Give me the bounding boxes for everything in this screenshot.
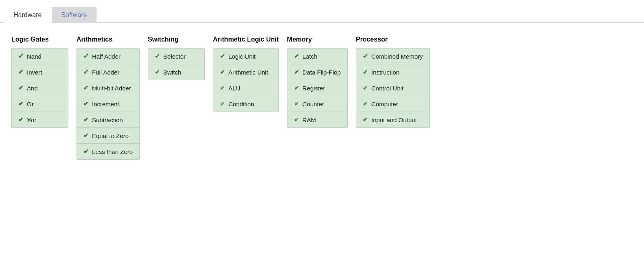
list-item[interactable]: ✔Instruction bbox=[356, 64, 429, 80]
column-alu: Arithmetic Logic Unit✔Logic Unit✔Arithme… bbox=[213, 36, 279, 112]
item-label: ALU bbox=[228, 85, 240, 92]
list-item[interactable]: ✔Data Flip-Flop bbox=[287, 64, 347, 80]
check-icon: ✔ bbox=[83, 132, 89, 139]
item-label: Instruction bbox=[371, 69, 399, 76]
list-item[interactable]: ✔Register bbox=[287, 80, 347, 96]
list-item[interactable]: ✔Logic Unit bbox=[213, 48, 278, 64]
list-item[interactable]: ✔Or bbox=[12, 96, 68, 112]
item-label: Counter bbox=[302, 101, 324, 108]
list-item[interactable]: ✔Invert bbox=[12, 64, 68, 80]
check-icon: ✔ bbox=[363, 116, 368, 123]
column-title-arithmetics: Arithmetics bbox=[77, 36, 140, 43]
check-icon: ✔ bbox=[363, 53, 368, 60]
list-item[interactable]: ✔Switch bbox=[148, 64, 204, 80]
list-item[interactable]: ✔And bbox=[12, 80, 68, 96]
list-item[interactable]: ✔Nand bbox=[12, 48, 68, 64]
column-title-memory: Memory bbox=[287, 36, 348, 43]
item-label: Input and Output bbox=[371, 116, 417, 123]
item-label: RAM bbox=[302, 116, 316, 123]
columns-container: Logic Gates✔Nand✔Invert✔And✔Or✔XorArithm… bbox=[11, 36, 633, 160]
item-label: Switch bbox=[163, 69, 181, 76]
list-item[interactable]: ✔Input and Output bbox=[356, 112, 429, 127]
column-arithmetics: Arithmetics✔Half Adder✔Full Adder✔Multi-… bbox=[77, 36, 140, 160]
item-label: Full Adder bbox=[92, 69, 120, 76]
item-list-logic-gates: ✔Nand✔Invert✔And✔Or✔Xor bbox=[11, 48, 68, 128]
list-item[interactable]: ✔RAM bbox=[287, 112, 347, 127]
item-label: Data Flip-Flop bbox=[302, 69, 341, 76]
check-icon: ✔ bbox=[220, 100, 225, 108]
check-icon: ✔ bbox=[83, 100, 89, 108]
check-icon: ✔ bbox=[363, 100, 368, 108]
check-icon: ✔ bbox=[363, 68, 368, 76]
check-icon: ✔ bbox=[363, 84, 368, 92]
list-item[interactable]: ✔Equal to Zero bbox=[77, 128, 139, 144]
list-item[interactable]: ✔Less than Zero bbox=[77, 144, 139, 159]
column-title-alu: Arithmetic Logic Unit bbox=[213, 36, 279, 43]
item-label: Less than Zero bbox=[92, 148, 133, 155]
item-label: Arithmetic Unit bbox=[228, 69, 268, 76]
check-icon: ✔ bbox=[83, 116, 89, 123]
column-title-logic-gates: Logic Gates bbox=[11, 36, 68, 43]
item-label: Or bbox=[27, 101, 34, 108]
check-icon: ✔ bbox=[294, 116, 299, 123]
check-icon: ✔ bbox=[294, 53, 299, 60]
check-icon: ✔ bbox=[294, 100, 299, 108]
list-item[interactable]: ✔ALU bbox=[213, 80, 278, 96]
list-item[interactable]: ✔Latch bbox=[287, 48, 347, 64]
check-icon: ✔ bbox=[83, 84, 89, 92]
item-label: Condition bbox=[228, 101, 254, 108]
column-processor: Processor✔Combined Memory✔Instruction✔Co… bbox=[356, 36, 430, 128]
check-icon: ✔ bbox=[155, 53, 160, 60]
column-logic-gates: Logic Gates✔Nand✔Invert✔And✔Or✔Xor bbox=[11, 36, 68, 128]
check-icon: ✔ bbox=[18, 116, 24, 123]
tab-hardware[interactable]: Hardware bbox=[4, 7, 51, 23]
list-item[interactable]: ✔Increment bbox=[77, 96, 139, 112]
list-item[interactable]: ✔Full Adder bbox=[77, 64, 139, 80]
check-icon: ✔ bbox=[220, 84, 225, 92]
item-label: Control Unit bbox=[371, 85, 403, 92]
check-icon: ✔ bbox=[18, 53, 24, 60]
item-list-memory: ✔Latch✔Data Flip-Flop✔Register✔Counter✔R… bbox=[287, 48, 348, 128]
item-label: Equal to Zero bbox=[92, 132, 129, 139]
list-item[interactable]: ✔Counter bbox=[287, 96, 347, 112]
check-icon: ✔ bbox=[83, 68, 89, 76]
check-icon: ✔ bbox=[220, 53, 225, 60]
list-item[interactable]: ✔Multi-bit Adder bbox=[77, 80, 139, 96]
item-label: Latch bbox=[302, 53, 318, 60]
check-icon: ✔ bbox=[18, 84, 24, 92]
column-switching: Switching✔Selector✔Switch bbox=[148, 36, 205, 80]
main-content: Logic Gates✔Nand✔Invert✔And✔Or✔XorArithm… bbox=[0, 23, 644, 171]
list-item[interactable]: ✔Combined Memory bbox=[356, 48, 429, 64]
column-title-switching: Switching bbox=[148, 36, 205, 43]
item-label: Half Adder bbox=[92, 53, 120, 60]
item-label: Multi-bit Adder bbox=[92, 85, 131, 92]
item-label: Increment bbox=[92, 101, 119, 108]
check-icon: ✔ bbox=[83, 53, 89, 60]
list-item[interactable]: ✔Selector bbox=[148, 48, 204, 64]
item-label: Invert bbox=[27, 69, 42, 76]
column-memory: Memory✔Latch✔Data Flip-Flop✔Register✔Cou… bbox=[287, 36, 348, 128]
column-title-processor: Processor bbox=[356, 36, 430, 43]
item-label: Nand bbox=[27, 53, 42, 60]
item-label: Register bbox=[302, 85, 325, 92]
list-item[interactable]: ✔Half Adder bbox=[77, 48, 139, 64]
item-list-arithmetics: ✔Half Adder✔Full Adder✔Multi-bit Adder✔I… bbox=[77, 48, 140, 160]
list-item[interactable]: ✔Control Unit bbox=[356, 80, 429, 96]
check-icon: ✔ bbox=[294, 68, 299, 76]
item-label: Selector bbox=[163, 53, 186, 60]
tab-software[interactable]: Software bbox=[52, 7, 96, 23]
check-icon: ✔ bbox=[18, 100, 24, 108]
check-icon: ✔ bbox=[18, 68, 24, 76]
tab-bar: HardwareSoftware bbox=[0, 0, 644, 23]
item-list-switching: ✔Selector✔Switch bbox=[148, 48, 205, 80]
item-label: Computer bbox=[371, 101, 398, 108]
item-label: Subtraction bbox=[92, 116, 123, 123]
check-icon: ✔ bbox=[155, 68, 160, 76]
list-item[interactable]: ✔Condition bbox=[213, 96, 278, 112]
list-item[interactable]: ✔Xor bbox=[12, 112, 68, 127]
list-item[interactable]: ✔Arithmetic Unit bbox=[213, 64, 278, 80]
list-item[interactable]: ✔Computer bbox=[356, 96, 429, 112]
item-label: Logic Unit bbox=[228, 53, 256, 60]
list-item[interactable]: ✔Subtraction bbox=[77, 112, 139, 128]
item-label: Combined Memory bbox=[371, 53, 423, 60]
